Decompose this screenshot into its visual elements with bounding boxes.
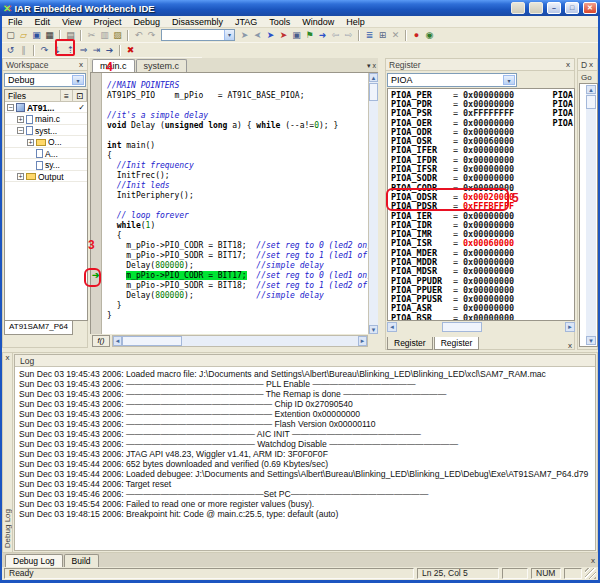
scrollbar-thumb[interactable] (586, 95, 596, 109)
register-list[interactable]: PIOA_PER=0x00000000PIOAPIOA_PDR=0x000000… (387, 88, 575, 321)
tree-item-output[interactable]: +Output (5, 171, 87, 183)
step-out-button[interactable]: ⇡ (64, 44, 77, 57)
compile-button[interactable]: ≣ (363, 29, 376, 42)
files-column-icon-1[interactable]: ≡ (61, 90, 73, 101)
files-column-header[interactable]: Files (5, 90, 61, 101)
register-row-pioa-ppudr[interactable]: PIOA_PPUDR=0x00000000 (388, 276, 574, 285)
save-button[interactable]: ▣ (30, 29, 43, 42)
register-row-pioa-ifdr[interactable]: PIOA_IFDR=0x00000000 (388, 155, 574, 164)
log-line[interactable]: Sun Dec 03 19:45:43 2006: JTAG API v48.2… (19, 449, 595, 459)
workspace-close-icon[interactable]: x (78, 61, 84, 69)
code-line[interactable]: m_pPio->PIO_SODR = BIT18; //set reg to 1… (107, 281, 368, 291)
code-area[interactable]: ➔ //MAIN POINTERSAT91PS_PIO m_pPio = AT9… (90, 73, 368, 334)
code-line[interactable]: Delay(800000); //simple delay (107, 261, 368, 271)
log-line[interactable]: Sun Dec 03 19:45:43 2006: ——————————————… (19, 439, 595, 449)
toggle-bookmark-button[interactable]: ⚑ (303, 29, 316, 42)
code-line[interactable]: //it's a simple delay (107, 111, 368, 121)
code-line[interactable]: m_pPio->PIO_SODR = BIT17; //set reg to 1… (107, 251, 368, 261)
register-row-pioa-osr[interactable]: PIOA_OSR=0x00060000 (388, 136, 574, 145)
navigate-forward-button[interactable]: ⇨ (342, 29, 355, 42)
scrollbar-thumb[interactable] (442, 322, 482, 332)
log-line[interactable]: Sun Dec 03 19:45:44 2006: Target reset (19, 479, 595, 489)
log-line[interactable]: Sun Dec 03 19:45:43 2006: ——————————————… (19, 429, 595, 439)
step-over-button[interactable]: ↷ (38, 44, 51, 57)
titlebar-extra-button-1[interactable] (511, 2, 525, 14)
scroll-down-icon[interactable]: ▼ (369, 325, 378, 334)
code-line[interactable]: InitPeriphery(); (107, 191, 368, 201)
code-line[interactable]: } (107, 301, 368, 311)
tree-item-sy[interactable]: sy... (5, 160, 87, 172)
new-document-button[interactable]: ▢ (4, 29, 17, 42)
code-line[interactable]: void Delay (unsigned long a) { while (--… (107, 121, 368, 131)
register-row-pioa-pdr[interactable]: PIOA_PDR=0x00000000PIOA (388, 99, 574, 108)
find-next-button[interactable]: ➤ (238, 29, 251, 42)
files-column-icon-2[interactable]: ⊡ (73, 90, 87, 101)
menu-item-file[interactable]: File (2, 17, 29, 27)
chevron-down-icon[interactable]: ▾ (224, 30, 234, 40)
register-row-pioa-psr[interactable]: PIOA_PSR=0xFFFFFFFFPIOA (388, 109, 574, 118)
register-row-pioa-idr[interactable]: PIOA_IDR=0x00000000 (388, 220, 574, 229)
debug-button[interactable]: ◉ (423, 29, 436, 42)
chevron-down-icon[interactable]: ▾ (367, 62, 371, 70)
chevron-down-icon[interactable]: ▾ (503, 75, 515, 85)
goto-button[interactable]: ▣ (290, 29, 303, 42)
code-line[interactable]: m_pPio->PIO_CODR = BIT17; //set reg to 0… (107, 271, 368, 281)
close-tab-icon[interactable]: x (373, 62, 377, 70)
log-line[interactable]: Sun Dec 03 19:45:43 2006: ——————————————… (19, 379, 595, 389)
workspace-config-combobox[interactable]: Debug ▾ (4, 73, 86, 87)
editor-vertical-scrollbar[interactable]: ▲ ▼ (368, 73, 378, 334)
register-row-pioa-per[interactable]: PIOA_PER=0x00000000PIOA (388, 90, 574, 99)
scroll-right-icon[interactable]: ► (565, 322, 575, 332)
log-line[interactable]: Sun Dec 03 19:45:43 2006: Loaded macro f… (19, 369, 595, 379)
tab-at91sam7-p64[interactable]: AT91SAM7_P64 (4, 321, 73, 335)
register-row-pioa-sodr[interactable]: PIOA_SODR=0x00000000 (388, 174, 574, 183)
log-line[interactable]: Sun Dec 03 19:45:43 2006: ——————————————… (19, 419, 595, 429)
resize-grip[interactable] (585, 568, 596, 579)
step-into-button[interactable]: ⇣ (51, 44, 64, 57)
titlebar-extra-button-2[interactable] (529, 2, 543, 14)
log-close-icon[interactable]: x (5, 354, 11, 362)
code-line[interactable]: // loop forever (107, 211, 368, 221)
scroll-left-icon[interactable]: ◄ (113, 336, 122, 346)
stop-build-button[interactable]: ✕ (389, 29, 402, 42)
disassembly-close-icon[interactable]: x (588, 61, 594, 69)
menu-item-tools[interactable]: Tools (263, 17, 296, 27)
menu-item-view[interactable]: View (56, 17, 87, 27)
log-line[interactable]: Sun Dec 03 19:45:43 2006: ——————————————… (19, 409, 595, 419)
scroll-down-icon[interactable]: ▼ (586, 336, 596, 345)
expand-icon[interactable]: + (17, 116, 24, 123)
bottom-tabbar-close-icon[interactable]: x (590, 557, 598, 565)
register-row-pioa-codr[interactable]: PIOA_CODR=0x00000000 (388, 183, 574, 192)
chevron-down-icon[interactable]: ▾ (72, 75, 84, 85)
register-row-pioa-mddr[interactable]: PIOA_MDDR=0x00000000 (388, 257, 574, 266)
expand-icon[interactable]: + (27, 139, 34, 146)
make-button[interactable]: ⊞ (376, 29, 389, 42)
register-row-pioa-ppusr[interactable]: PIOA_PPUSR=0x00000000 (388, 295, 574, 304)
log-line[interactable]: Sun Dec 03 19:45:44 2006: Loaded debugee… (19, 469, 595, 479)
breakpoint-gutter[interactable]: ➔ (91, 73, 102, 334)
find-in-files-button[interactable]: ➤ (264, 29, 277, 42)
replace-button[interactable]: ➤ (277, 29, 290, 42)
tab-debug-log[interactable]: Debug Log (5, 554, 63, 567)
code-line[interactable]: //Init leds (107, 181, 368, 191)
register-row-pioa-ier[interactable]: PIOA_IER=0x00000000 (388, 211, 574, 220)
go-button[interactable]: ➔ (103, 44, 116, 57)
menu-item-debug[interactable]: Debug (127, 17, 166, 27)
editor-horizontal-scrollbar[interactable]: ◄ ► (112, 335, 368, 347)
tab-main-c[interactable]: main.c (92, 59, 135, 72)
menu-item-project[interactable]: Project (87, 17, 127, 27)
cut-button[interactable]: ✂ (85, 29, 98, 42)
maximize-button[interactable]: □ (565, 2, 579, 14)
tab-system-c[interactable]: system.c (136, 59, 188, 72)
register-row-pioa-asr[interactable]: PIOA_ASR=0x00000000 (388, 304, 574, 313)
run-to-cursor-button[interactable]: ⇥ (90, 44, 103, 57)
register-horizontal-scrollbar[interactable]: ◄ ► (387, 322, 575, 332)
menu-item-help[interactable]: Help (340, 17, 371, 27)
menu-item-edit[interactable]: Edit (29, 17, 57, 27)
expand-icon[interactable]: + (17, 173, 24, 180)
tab-register-2[interactable]: Register (434, 337, 480, 350)
register-row-pioa-ifer[interactable]: PIOA_IFER=0x00000000 (388, 146, 574, 155)
navigate-backward-button[interactable]: ⇦ (329, 29, 342, 42)
disassembly-vertical-scrollbar[interactable]: ▲ ▼ (586, 85, 596, 345)
register-row-pioa-ppuer[interactable]: PIOA_PPUER=0x00000000 (388, 285, 574, 294)
